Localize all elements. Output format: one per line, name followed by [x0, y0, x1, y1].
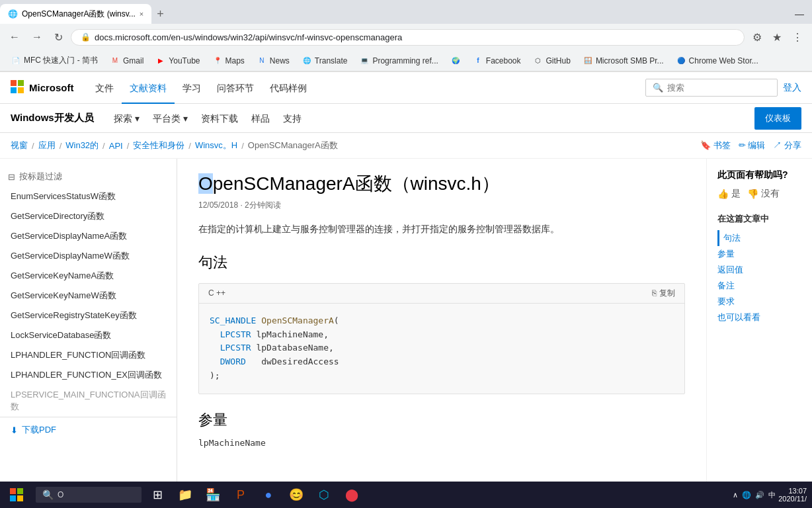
helpful-yes-btn[interactable]: 👍 是 — [717, 188, 741, 200]
copy-code-btn[interactable]: ⎘ 复制 — [652, 288, 675, 299]
breadcrumb-sep-2: / — [102, 141, 105, 151]
start-btn[interactable] — [0, 482, 33, 508]
list-item[interactable]: GetServiceKeyNameA函数 — [0, 266, 177, 286]
toc-item-return[interactable]: 返回值 — [717, 262, 801, 278]
breadcrumb-item-1[interactable]: 应用 — [38, 140, 56, 151]
refresh-btn[interactable]: ↻ — [50, 28, 67, 46]
bookmark-gmail[interactable]: M Gmail — [104, 54, 149, 68]
bookmark-youtube[interactable]: ▶ YouTube — [150, 54, 205, 68]
tab-close-btn[interactable]: × — [140, 10, 143, 18]
share-action[interactable]: ↗ 分享 — [773, 140, 801, 151]
active-tab[interactable]: 🌐 OpenSCManagerA函数 (winsv... × — [0, 4, 151, 24]
list-item[interactable]: GetServiceDisplayNameW函数 — [0, 246, 177, 266]
bookmark-chrome-store[interactable]: 🔵 Chrome Web Stor... — [670, 54, 764, 68]
bookmark-programming[interactable]: 💻 Programming ref... — [354, 54, 443, 68]
taskbar-icon-misc1[interactable]: ⬡ — [311, 482, 337, 508]
ms-top-bar: Microsoft 文件 文献资料 学习 问答环节 代码样例 🔍 登入 — [0, 72, 812, 104]
breadcrumb-item-3[interactable]: API — [109, 141, 123, 151]
taskbar-icon-powerpoint[interactable]: P — [227, 482, 254, 508]
breadcrumb-actions: 🔖 书签 ✏ 编辑 ↗ 分享 — [700, 140, 801, 151]
docs-nav-platform[interactable]: 平台类 ▾ — [146, 104, 194, 133]
bookmark-facebook[interactable]: f Facebook — [467, 54, 526, 68]
list-item[interactable]: GetServiceRegistryStateKey函数 — [0, 306, 177, 325]
code-line-4: DWORD dwDesiredAccess — [210, 355, 674, 369]
sidebar-filter[interactable]: ⊟ 按标题过滤 — [0, 167, 177, 187]
bookmark-mfc[interactable]: 📄 MFC 快速入门 - 简书 — [5, 53, 103, 68]
sidebar-filter-label: 按标题过滤 — [19, 171, 62, 183]
bookmark-favicon-facebook: f — [473, 56, 483, 66]
menu-btn[interactable]: ⋮ — [788, 28, 807, 46]
taskbar-up-icon: ∧ — [733, 491, 738, 499]
download-pdf-btn[interactable]: ⬇ 下载PDF — [0, 417, 177, 443]
toc-item-params[interactable]: 参量 — [717, 246, 801, 262]
bookmark-favicon-globe: 🌍 — [450, 56, 461, 66]
docs-nav-download[interactable]: 资料下载 — [194, 104, 245, 133]
docs-nav-support[interactable]: 支持 — [276, 104, 308, 133]
list-item[interactable]: GetServiceDirectory函数 — [0, 206, 177, 226]
extensions-btn[interactable]: ⚙ — [749, 28, 766, 46]
bookmark-favicon-maps: 📍 — [212, 56, 223, 66]
taskbar-icon-file-explorer[interactable]: 📁 — [172, 482, 198, 508]
taskbar-search-icon: 🔍 — [42, 489, 54, 500]
docs-nav-explore[interactable]: 探索 ▾ — [107, 104, 146, 133]
copy-label: 复制 — [659, 288, 675, 299]
docs-nav-samples[interactable]: 样品 — [245, 104, 276, 133]
nav-item-learn[interactable]: 学习 — [175, 72, 209, 104]
list-item[interactable]: LPHANDLER_FUNCTION回调函数 — [0, 345, 177, 365]
toc-item-syntax[interactable]: 句法 — [717, 230, 801, 246]
list-item[interactable]: EnumServicesStatusW函数 — [0, 187, 177, 206]
taskbar-icon-store[interactable]: 🏪 — [200, 482, 226, 508]
helpful-question: 此页面有帮助吗? — [717, 169, 801, 181]
breadcrumb-item-5[interactable]: Winsvc。H — [195, 140, 237, 151]
taskbar-icon-emoji[interactable]: 😊 — [283, 482, 309, 508]
bookmark-globe[interactable]: 🌍 — [445, 54, 466, 68]
docs-brand: Windows开发人员 — [11, 112, 94, 124]
taskbar-search[interactable]: 🔍 O — [36, 487, 142, 503]
bookmark-ms-smb[interactable]: 🪟 Microsoft SMB Pr... — [577, 54, 669, 68]
taskbar-icon-chrome[interactable]: ● — [255, 482, 282, 508]
code-line-2: LPCSTR lpMachineName, — [210, 328, 674, 342]
forward-btn[interactable]: → — [28, 28, 46, 46]
main-layout: ⊟ 按标题过滤 EnumServicesStatusW函数 GetService… — [0, 159, 812, 508]
taskbar-icon-task-view[interactable]: ⊞ — [144, 482, 171, 508]
dashboard-btn[interactable]: 仪表板 — [754, 107, 801, 130]
bookmark-news[interactable]: N News — [251, 54, 295, 68]
bookmark-translate[interactable]: 🌐 Translate — [296, 54, 353, 68]
nav-item-qa[interactable]: 问答环节 — [209, 72, 262, 104]
list-item[interactable]: LockServiceDatabase函数 — [0, 325, 177, 345]
edit-action[interactable]: ✏ 编辑 — [739, 140, 766, 151]
bookmark-star-btn[interactable]: ★ — [768, 28, 786, 46]
back-btn[interactable]: ← — [5, 28, 24, 46]
nav-item-samples[interactable]: 代码样例 — [262, 72, 315, 104]
toc-item-see-also[interactable]: 也可以看看 — [717, 310, 801, 325]
breadcrumb-item-2[interactable]: Win32的 — [65, 140, 99, 151]
list-item[interactable]: LPHANDLER_FUNCTION_EX回调函数 — [0, 365, 177, 385]
lock-icon: 🔒 — [81, 32, 91, 42]
list-item[interactable]: GetServiceDisplayNameA函数 — [0, 226, 177, 246]
url-field[interactable]: 🔒 docs.microsoft.com/en-us/windows/win32… — [71, 29, 745, 46]
helpful-no-btn[interactable]: 👎 没有 — [747, 188, 780, 200]
nav-item-docs[interactable]: 文献资料 — [122, 72, 175, 104]
filter-icon: ⊟ — [8, 172, 15, 182]
search-box[interactable]: 🔍 — [645, 79, 778, 97]
breadcrumb-item-4[interactable]: 安全性和身份 — [133, 140, 184, 151]
list-item[interactable]: LPSERVICE_MAIN_FUNCTIONA回调函数 — [0, 385, 177, 417]
bookmark-github[interactable]: ⬡ GitHub — [528, 54, 576, 68]
code-body: SC_HANDLE OpenSCManagerA( LPCSTR lpMachi… — [199, 304, 684, 394]
bookmark-action[interactable]: 🔖 书签 — [700, 140, 731, 151]
login-btn[interactable]: 登入 — [783, 82, 801, 94]
ms-logo-icon — [11, 80, 24, 95]
taskbar-icon-misc2[interactable]: ⬤ — [339, 482, 365, 508]
bookmark-maps[interactable]: 📍 Maps — [207, 54, 250, 68]
breadcrumb: 视窗 / 应用 / Win32的 / API / 安全性和身份 / Winsvc… — [0, 133, 812, 159]
params-heading: 参量 — [198, 410, 685, 430]
search-input[interactable] — [667, 83, 770, 93]
list-item[interactable]: GetServiceKeyNameW函数 — [0, 286, 177, 306]
minimize-btn[interactable]: — — [787, 9, 812, 19]
toc-item-requirements[interactable]: 要求 — [717, 294, 801, 310]
nav-item-file[interactable]: 文件 — [87, 72, 122, 104]
new-tab-btn[interactable]: + — [151, 4, 169, 24]
breadcrumb-item-0[interactable]: 视窗 — [11, 140, 28, 151]
toc-item-remarks[interactable]: 备注 — [717, 278, 801, 294]
search-icon: 🔍 — [653, 83, 663, 93]
